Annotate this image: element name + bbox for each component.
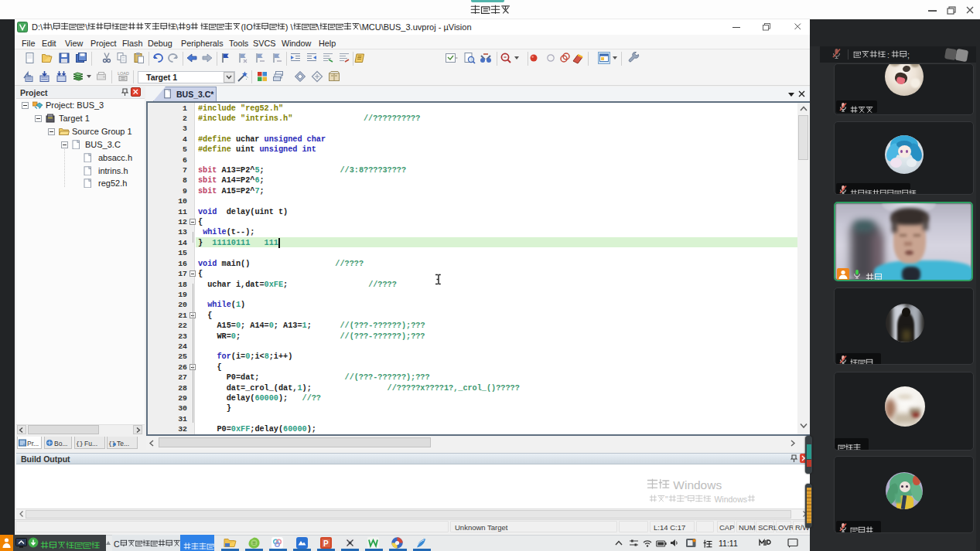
svg-text:LOAD: LOAD (118, 71, 129, 76)
svg-text:{}: {} (76, 440, 84, 447)
svg-text:P: P (323, 539, 329, 548)
